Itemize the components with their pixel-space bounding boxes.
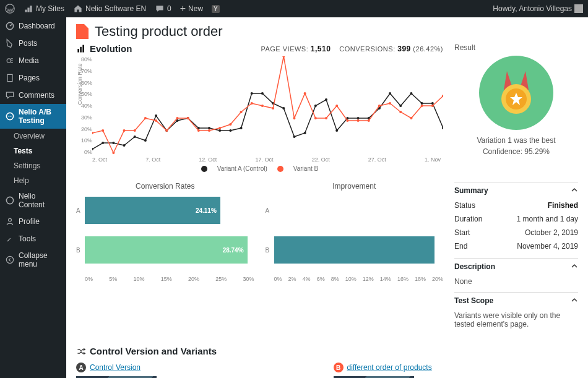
- admin-bar: My Sites Nelio Software EN 0 +New Y Howd…: [0, 0, 588, 17]
- comments-label: 0: [167, 4, 171, 13]
- bar-value: 24.11%: [196, 207, 217, 214]
- my-sites-label: My Sites: [36, 4, 64, 13]
- legend-b-label: Variant B: [293, 165, 318, 172]
- sidebar-comments[interactable]: Comments: [0, 87, 66, 104]
- svg-point-7: [6, 113, 13, 119]
- svg-point-60: [218, 127, 221, 129]
- sidebar-item-label: Dashboard: [19, 22, 55, 30]
- duration-key: Duration: [454, 215, 482, 223]
- svg-point-32: [282, 107, 285, 110]
- page-title: Testing product order: [95, 24, 223, 40]
- sidebar-item-label: Overview: [14, 132, 45, 140]
- svg-point-20: [155, 114, 157, 117]
- svg-point-71: [335, 105, 338, 107]
- start-value: October 2, 2019: [525, 228, 578, 237]
- pageviews-value: 1,510: [311, 45, 331, 53]
- sidebar-posts[interactable]: Posts: [0, 35, 66, 52]
- document-icon: [76, 24, 89, 39]
- svg-point-43: [399, 105, 402, 107]
- pages-icon: [5, 73, 15, 83]
- svg-point-28: [240, 127, 243, 129]
- svg-point-77: [399, 111, 402, 113]
- submenu-overview[interactable]: Overview: [9, 129, 66, 144]
- sidebar-media[interactable]: Media: [0, 52, 66, 69]
- svg-rect-1: [25, 10, 27, 12]
- description-text: None: [454, 275, 578, 292]
- submenu-tests[interactable]: Tests: [9, 144, 66, 158]
- sidebar-item-label: Media: [19, 56, 39, 65]
- bar-cat: A: [266, 207, 274, 214]
- svg-point-30: [261, 92, 264, 95]
- my-sites[interactable]: My Sites: [24, 4, 64, 14]
- dashboard-icon: [5, 21, 15, 31]
- svg-point-42: [389, 92, 391, 95]
- svg-point-57: [187, 117, 189, 119]
- tools-icon: [5, 234, 15, 244]
- svg-point-50: [112, 152, 115, 154]
- media-icon: [5, 56, 15, 66]
- variant-a-badge: A: [76, 363, 86, 372]
- pageviews-label: PAGE VIEWS:: [261, 45, 308, 53]
- svg-point-47: [442, 127, 443, 129]
- yoast-icon[interactable]: Y: [212, 5, 220, 13]
- svg-point-26: [218, 129, 221, 132]
- submenu-settings[interactable]: Settings: [9, 158, 66, 173]
- description-label: Description: [454, 262, 495, 271]
- sidebar-nelio-ab[interactable]: Nelio A/B Testing: [0, 104, 66, 129]
- end-key: End: [454, 242, 467, 251]
- wp-logo[interactable]: [5, 4, 15, 14]
- new-content[interactable]: +New: [180, 4, 203, 14]
- svg-point-54: [155, 119, 157, 122]
- variant-b-link[interactable]: different order of products: [347, 363, 432, 372]
- improvement-chart[interactable]: Improvement A B 0%2%4%6%8%10%12%14%16%18…: [266, 182, 444, 282]
- svg-point-39: [357, 117, 360, 119]
- duration-value: 1 month and 1 day: [517, 215, 578, 223]
- comments-count[interactable]: 0: [155, 4, 171, 14]
- avatar: [574, 4, 583, 13]
- sidebar-collapse[interactable]: Collapse menu: [0, 247, 66, 272]
- sidebar-profile[interactable]: Profile: [0, 213, 66, 230]
- evolution-chart[interactable]: 80%70%60%50%40%30%20%10%0%: [92, 56, 443, 155]
- svg-point-53: [144, 117, 147, 119]
- collapse-icon: [5, 255, 15, 265]
- legend-a-label: Variant A (Control): [217, 165, 267, 172]
- svg-point-62: [240, 111, 243, 113]
- posts-icon: [5, 38, 15, 48]
- variant-a-link[interactable]: Control Version: [90, 363, 141, 372]
- bar-cat: B: [266, 247, 274, 254]
- summary-toggle[interactable]: Summary: [454, 182, 578, 199]
- sidebar-item-label: Help: [14, 176, 29, 185]
- svg-point-64: [261, 105, 264, 107]
- result-label: Result: [454, 43, 578, 52]
- greeting-label: Howdy, Antonio Villegas: [493, 4, 572, 13]
- sidebar-tools[interactable]: Tools: [0, 230, 66, 247]
- sidebar-pages[interactable]: Pages: [0, 69, 66, 87]
- conversions-value: 399: [397, 45, 411, 53]
- site-name[interactable]: Nelio Software EN: [73, 4, 146, 14]
- svg-point-9: [9, 218, 12, 221]
- status-key: Status: [454, 201, 475, 210]
- svg-point-58: [197, 129, 200, 132]
- description-toggle[interactable]: Description: [454, 258, 578, 275]
- chevron-up-icon: [571, 262, 578, 270]
- new-label: New: [188, 4, 203, 13]
- conversion-rates-chart[interactable]: Conversion Rates A24.11% B28.74% 0%5%10%…: [76, 182, 254, 282]
- sidebar-item-label: Comments: [19, 91, 54, 100]
- evolution-heading: Evolution: [76, 43, 132, 54]
- scope-toggle[interactable]: Test Scope: [454, 292, 578, 309]
- evolution-label: Evolution: [90, 43, 132, 54]
- svg-rect-13: [82, 45, 84, 52]
- submenu-help[interactable]: Help: [9, 173, 66, 188]
- svg-point-56: [176, 117, 178, 119]
- sidebar-dashboard[interactable]: Dashboard: [0, 17, 66, 35]
- svg-point-76: [389, 102, 391, 105]
- svg-point-49: [102, 129, 104, 132]
- scope-label: Test Scope: [454, 296, 493, 305]
- svg-point-25: [208, 127, 210, 129]
- sidebar-item-label: Tools: [19, 234, 36, 243]
- bar-cat: A: [76, 207, 85, 214]
- svg-point-51: [123, 129, 126, 132]
- sidebar-nelio-content[interactable]: Nelio Content: [0, 188, 66, 213]
- sidebar-item-label: Nelio Content: [19, 192, 61, 209]
- user-greeting[interactable]: Howdy, Antonio Villegas: [493, 4, 583, 13]
